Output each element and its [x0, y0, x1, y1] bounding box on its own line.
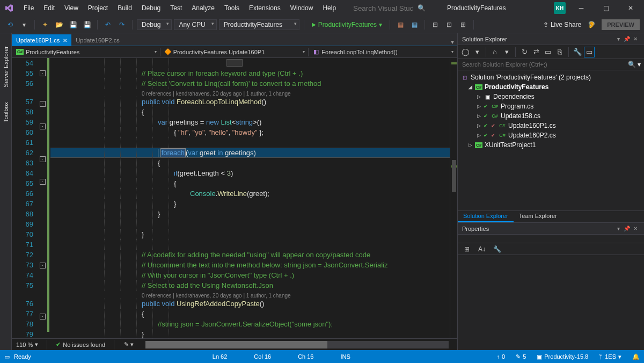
tree-node-xunittestproject1[interactable]: ▷C#XUnitTestProject1	[459, 140, 643, 150]
zoom-selector[interactable]: 110 % ▾	[16, 341, 38, 348]
tree-node-program-cs[interactable]: ▷✔C#Program.cs	[459, 101, 643, 111]
code-line[interactable]: }	[50, 209, 450, 219]
se-copy-button[interactable]: ⎘	[554, 47, 565, 57]
open-button[interactable]: 📂	[53, 19, 65, 31]
maximize-button[interactable]: ▢	[597, 1, 615, 15]
panel-dropdown-icon[interactable]: ▾	[614, 226, 623, 231]
title-search-input[interactable]	[351, 3, 415, 13]
code-line[interactable]: public void UsingRefAddedCopyPaste()	[50, 299, 450, 309]
status-insert-mode[interactable]: INS	[340, 353, 350, 360]
code-line[interactable]: // Uncomment the text into the method be…	[50, 260, 450, 270]
code-line[interactable]: // Place cursor in foreach keyword and t…	[50, 68, 450, 78]
code-line[interactable]	[50, 239, 450, 250]
code-line[interactable]	[50, 219, 450, 229]
panel-tab-team-explorer[interactable]: Team Explorer	[514, 211, 562, 222]
live-share-button[interactable]: ⇪Live Share	[543, 21, 581, 28]
startup-combo[interactable]: ProductivityFeatures	[219, 19, 299, 30]
tab-close-icon[interactable]: ✕	[63, 38, 67, 43]
code-line[interactable]	[50, 137, 450, 148]
tab-update160p2-cs[interactable]: Update160P2.cs	[71, 34, 123, 46]
code-line[interactable]: { "hi", "yo", "hello", "howdy" };	[50, 127, 450, 137]
panel-pin-icon[interactable]: 📌	[623, 226, 631, 231]
prop-wrench-icon[interactable]: 🔧	[491, 243, 503, 255]
solution-node[interactable]: ⊡Solution 'ProductivityFeatures' (2 proj…	[459, 72, 643, 82]
nav-fwd-button[interactable]: ▾	[18, 19, 30, 31]
codelens[interactable]: 0 references | kendrahavens, 20 days ago…	[50, 291, 450, 299]
save-all-button[interactable]: 💾	[81, 19, 93, 31]
pen-icon[interactable]: ✎ ▾	[123, 339, 135, 351]
save-button[interactable]: 💾	[67, 19, 79, 31]
se-preview-button[interactable]: ▭	[584, 47, 595, 57]
status-changes[interactable]: ✎5	[516, 353, 526, 360]
code-line[interactable]: {	[50, 158, 450, 168]
se-show-button[interactable]: ▭	[543, 47, 553, 57]
code-line[interactable]: Console.WriteLine(greet);	[50, 188, 450, 199]
tool-btn-2[interactable]: ▦	[408, 19, 420, 31]
code-line[interactable]: // Select 'Convert to Linq(call form)' t…	[50, 78, 450, 89]
platform-combo[interactable]: Any CPU	[174, 19, 216, 30]
config-combo[interactable]: Debug	[137, 19, 172, 30]
tool-btn-3[interactable]: ⊟	[429, 19, 441, 31]
expand-icon[interactable]: ▷	[476, 104, 481, 109]
properties-combo[interactable]	[458, 235, 644, 243]
se-properties-button[interactable]: 🔧	[572, 47, 583, 57]
status-repo[interactable]: ▣Productivity-15.8	[537, 353, 588, 360]
tab-update160p1-cs[interactable]: Update160P1.cs✕	[12, 34, 71, 46]
menu-extensions[interactable]: Extensions	[245, 2, 285, 14]
code-line[interactable]: {	[50, 107, 450, 117]
code-line[interactable]: foreach(var greet in greetings)	[50, 148, 450, 158]
code-line[interactable]: {	[50, 178, 450, 188]
code-line[interactable]: // With your cursor in "JsonConvert" typ…	[50, 270, 450, 280]
expand-icon[interactable]: ▷	[476, 123, 481, 128]
code-content[interactable]: // Place cursor in foreach keyword and t…	[50, 58, 450, 338]
close-button[interactable]: ✕	[621, 1, 640, 15]
tree-node-productivityfeatures[interactable]: ◢C#ProductivityFeatures	[459, 82, 643, 92]
status-char[interactable]: Ch 16	[298, 353, 313, 360]
expand-icon[interactable]: ▷	[476, 113, 481, 119]
menu-window[interactable]: Window	[286, 2, 318, 14]
hscroll-thumb[interactable]	[145, 341, 327, 349]
code-line[interactable]: }	[50, 229, 450, 239]
tree-node-update158-cs[interactable]: ▷✔C#Update158.cs	[459, 111, 643, 121]
tool-btn-4[interactable]: ⊡	[443, 19, 455, 31]
fold-toggle[interactable]: -	[40, 156, 46, 162]
expand-icon[interactable]: ▷	[467, 142, 473, 148]
redo-button[interactable]: ↷	[116, 19, 128, 31]
categorized-icon[interactable]: ⊞	[461, 243, 473, 255]
menu-project[interactable]: Project	[84, 2, 112, 14]
solution-explorer-search[interactable]: 🔍 ▾	[458, 59, 644, 70]
panel-tab-solution-explorer[interactable]: Solution Explorer	[458, 211, 514, 222]
alphabetical-icon[interactable]: A↓	[476, 243, 488, 255]
fold-gutter[interactable]: -------	[38, 58, 47, 338]
fold-toggle[interactable]: -	[40, 70, 46, 76]
status-output-icon[interactable]: ▭	[4, 353, 10, 360]
horizontal-scrollbar[interactable]	[145, 341, 449, 349]
new-button[interactable]: ✦	[39, 19, 51, 31]
panel-close-icon[interactable]: ✕	[631, 36, 640, 42]
error-indicator[interactable]: ✔No issues found	[56, 341, 105, 348]
panel-dropdown-icon[interactable]: ▾	[614, 36, 623, 42]
code-editor[interactable]: 5455565758596061626364656667686970717273…	[12, 58, 457, 338]
status-branch[interactable]: ᛘ1ES ▾	[599, 353, 621, 360]
expand-icon[interactable]: ▷	[476, 94, 481, 99]
title-search[interactable]: 🔍	[351, 3, 426, 13]
rail-toolbox[interactable]: Toolbox	[2, 100, 10, 125]
se-switch-button[interactable]: ▾	[501, 47, 512, 57]
tree-node-update160p2-cs[interactable]: ▷✔✔C#Update160P2.cs	[459, 130, 643, 140]
expand-icon[interactable]: ◢	[467, 84, 473, 90]
fold-toggle[interactable]: -	[40, 124, 46, 129]
code-line[interactable]: }	[50, 199, 450, 209]
nav-method[interactable]: ◧ForeachLoopToLinqMethod()	[309, 48, 457, 56]
menu-view[interactable]: View	[60, 2, 83, 14]
menu-tools[interactable]: Tools	[220, 2, 244, 14]
code-line[interactable]: //string json = JsonConvert.SerializeObj…	[50, 319, 450, 329]
menu-debug[interactable]: Debug	[137, 2, 165, 14]
se-refresh-button[interactable]: ↻	[519, 47, 530, 57]
fold-toggle[interactable]: -	[40, 179, 46, 185]
status-col[interactable]: Col 16	[254, 353, 271, 360]
solution-tree[interactable]: ⊡Solution 'ProductivityFeatures' (2 proj…	[458, 70, 644, 210]
code-line[interactable]: public void ForeachLoopToLinqMethod()	[50, 97, 450, 107]
se-fwd-button[interactable]: ▾	[472, 47, 482, 57]
panel-pin-icon[interactable]: 📌	[623, 36, 631, 42]
se-home-button[interactable]: ⌂	[489, 47, 500, 57]
